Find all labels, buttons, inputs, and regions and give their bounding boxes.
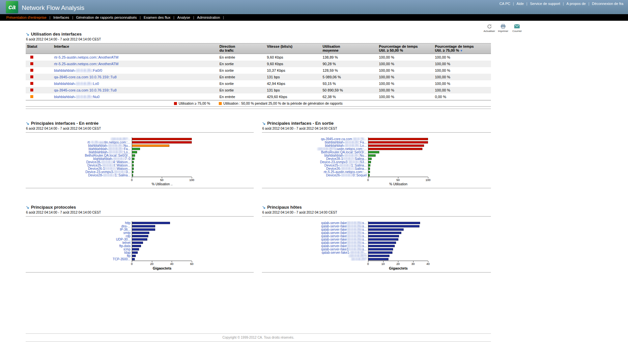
drilldown-icon[interactable]: ↘ [26, 32, 29, 37]
nav-tab-analyse[interactable]: Analyse [174, 15, 193, 19]
interface-link[interactable]: rtr-5.25-austin.netqos.com::AnotherATM [54, 62, 118, 66]
utility-link-ca-pc[interactable]: CA PC [500, 2, 510, 6]
print-button[interactable]: Imprimer [498, 23, 509, 33]
chart-bar[interactable] [132, 222, 170, 224]
drilldown-icon[interactable]: ↘ [26, 121, 29, 126]
speed-cell: 10,37 Kbps [266, 67, 321, 74]
chart-bar-track [368, 241, 428, 244]
chart-bar[interactable] [368, 138, 428, 140]
chart-bar[interactable] [132, 144, 169, 147]
chart-bar[interactable] [132, 248, 139, 250]
chart-bar[interactable] [132, 161, 134, 163]
chart-bar[interactable] [368, 141, 428, 143]
chart-bar[interactable] [368, 251, 392, 254]
chart-bar[interactable] [368, 245, 395, 247]
chart-bar[interactable] [132, 158, 134, 160]
chart-bar[interactable] [368, 258, 388, 260]
chart-bar[interactable] [132, 138, 192, 140]
chart-bar[interactable] [132, 245, 141, 247]
chart-bar[interactable] [132, 148, 140, 150]
chart-bar[interactable] [132, 151, 137, 153]
chart-bar[interactable] [368, 232, 401, 234]
pct-time-50-cell: 100,00 % [378, 87, 434, 93]
column-header-pourcentage-de-temps-util-75-00[interactable]: Pourcentage de tempsUtil. ≥ 75,00 % ▼ [434, 43, 491, 54]
chart-bar[interactable] [132, 154, 135, 157]
avg-utilization-cell: 93,15 % [321, 80, 378, 87]
chart-bar[interactable] [132, 235, 148, 237]
chart-bar[interactable] [368, 148, 422, 150]
chart-bar-label[interactable]: TCP-3500... [26, 257, 132, 261]
chart-bar[interactable] [132, 255, 136, 257]
chart-bar[interactable] [132, 164, 134, 167]
chart-bar[interactable] [132, 258, 135, 260]
chart-bar[interactable] [368, 235, 399, 237]
nav-tab-administration[interactable]: Administration [194, 15, 223, 19]
chart-bar[interactable] [368, 238, 398, 241]
nav-tab-generation-de-rapports-personnalises[interactable]: Génération de rapports personnalisés [73, 15, 140, 19]
column-header-pourcentage-de-temps-util-50-00[interactable]: Pourcentage de tempsUtil. ≥ 50,00 % [378, 43, 434, 54]
chart-bar[interactable] [132, 141, 192, 143]
chart-bar[interactable] [368, 154, 376, 157]
nav-tab-presentation-d-entreprise[interactable]: Présentation d'entreprise [3, 15, 49, 19]
chart-bar[interactable] [368, 225, 419, 227]
chart-bar-label[interactable]: Device26-10.0.8.20::Soquel [262, 173, 368, 177]
interface-link[interactable]: blahblahblah-10.0.8.25::Lo0 [54, 82, 99, 86]
chart-bar[interactable] [368, 222, 420, 224]
chart-bar[interactable] [132, 238, 147, 241]
interface-link[interactable]: blahblahblah-10.0.8.25::Nu0 [54, 95, 100, 99]
chart-bar[interactable] [368, 144, 424, 147]
chart-bar[interactable] [368, 171, 370, 173]
chart-bar[interactable] [132, 225, 155, 227]
utility-link-service-de-support[interactable]: Service de support [530, 2, 560, 6]
chart-row: (10.0.8.25?) [262, 254, 491, 257]
utility-link-a-propos-de[interactable]: A propos de [566, 2, 586, 6]
chart-bar-track [132, 164, 192, 167]
chart-bar[interactable] [132, 228, 155, 231]
column-header-utilisation-moyenne[interactable]: Utilisationmoyenne [321, 43, 378, 54]
chart-bar[interactable] [132, 174, 133, 176]
chart-bar[interactable] [368, 164, 370, 167]
chart-bar[interactable] [368, 174, 370, 176]
chart-bar[interactable] [368, 151, 379, 153]
drilldown-icon[interactable]: ↘ [26, 205, 29, 210]
sort-desc-icon[interactable]: ▼ [459, 49, 463, 52]
nav-tab-interfaces[interactable]: Interfaces [50, 15, 72, 19]
chart-bar[interactable] [368, 161, 371, 163]
chart-bar[interactable] [368, 168, 370, 170]
app-title: Network Flow Analysis [22, 4, 84, 12]
interface-link[interactable]: qa-3945-core.ca.com 10.0.76.159::Tu8 [54, 75, 117, 79]
chart-row: (10.0.8.25?... [26, 137, 254, 141]
utility-link-aide[interactable]: Aide [517, 2, 524, 6]
chart-bar[interactable] [132, 242, 143, 244]
chart-bar-label[interactable]: Device28-10.0.8.21::Salina... [26, 173, 132, 177]
column-header-direction-du-trafic[interactable]: Directiondu trafic [218, 43, 266, 54]
interface-link[interactable]: blahblahblah-10.0.8.25::Fa0/0 [54, 68, 102, 72]
interface-link[interactable]: rtr-5.25-austin.netqos.com::AnotherATM [54, 55, 118, 59]
chart-bar-track [368, 231, 428, 234]
interface-cell: blahblahblah-10.0.8.25::Lo0 [53, 80, 218, 87]
chart-bar[interactable] [132, 168, 134, 170]
chart-bar[interactable] [368, 228, 404, 231]
chart-bar[interactable] [132, 251, 138, 254]
interface-link[interactable]: qa-3945-core.ca.com 10.0.76.159::Tu8 [54, 88, 117, 92]
chart-bar[interactable] [368, 255, 389, 257]
email-button[interactable]: Courriel [511, 23, 523, 33]
refresh-button[interactable]: Actualiser [484, 23, 495, 33]
pct-time-75-cell: 100,00 % [434, 74, 491, 80]
utility-link-deconnexion-de-fra[interactable]: Déconnexion de fra [592, 2, 623, 6]
chart-bar-track [368, 167, 428, 170]
nav-tab-examen-des-flux[interactable]: Examen des flux [141, 15, 173, 19]
chart-bar[interactable] [368, 242, 396, 244]
chart-bar[interactable] [132, 232, 149, 234]
chart-bar-label[interactable]: 10.0.8.25? [262, 257, 368, 261]
column-header-statut[interactable]: Statut [26, 43, 53, 54]
chart-bar[interactable] [132, 171, 133, 173]
column-header-vitesse-bits-s[interactable]: Vitesse (bits/s) [266, 43, 321, 54]
redacted-text: (10.0.8.25?)a [318, 147, 337, 151]
chart-bar[interactable] [368, 158, 372, 160]
drilldown-icon[interactable]: ↘ [262, 205, 266, 210]
drilldown-icon[interactable]: ↘ [262, 121, 266, 126]
column-header-interface[interactable]: Interface [53, 43, 218, 54]
status-indicator [30, 82, 33, 85]
chart-bar[interactable] [368, 248, 393, 250]
